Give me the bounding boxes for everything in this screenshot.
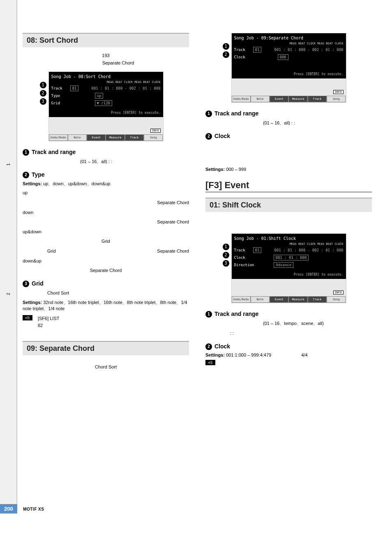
sec08-p2-set: up、down、up&down、down&up — [43, 181, 110, 186]
scr01-tab-4: Track — [308, 296, 327, 303]
screenshot-08: 1 2 3 Song Job - 08:Sort Chord MEAS BEAT… — [48, 71, 164, 141]
marker-1: 1 — [40, 82, 46, 88]
r-p1-txt: (01 – 16、all) : : — [263, 120, 372, 127]
scr01-dir-lbl: Direction — [234, 263, 254, 267]
scr01-vals: 001 : 01 : 000 - 002 : 01 : 000 — [261, 248, 343, 252]
scr01-tab-3: Measure — [288, 296, 307, 303]
footer: 200 MOTIF XS — [0, 504, 392, 514]
scr08-tab-2: Event — [87, 134, 106, 141]
note-badge-1: n注 — [23, 315, 32, 320]
marker-b1: 1 — [223, 244, 229, 250]
sec08-p3-t1: Chord Sort — [47, 290, 189, 297]
r-p4-set: 001:1:000 – 999:4:479 — [226, 352, 271, 357]
marker-r1: 1 — [223, 43, 229, 50]
r-p1-head: Track and range — [214, 110, 258, 117]
scr01-dir-val: Advance — [274, 262, 293, 268]
scr08-tab-0: Undo/Redo — [49, 134, 68, 141]
scr09-track-lbl: Track — [234, 48, 251, 52]
right-column: 1 2 Song Job - 09:Separate Chord MEAS BE… — [205, 33, 372, 373]
sec08-title: 08: Sort Chord — [23, 33, 189, 47]
scr08-type-val: up — [95, 93, 104, 99]
sec08-ud-lbl: up&down — [23, 228, 189, 236]
r-p3-head: Track and range — [214, 311, 258, 317]
scr01-hdr: MEAS BEAT CLOCK MEAS BEAT CLOCK — [234, 242, 344, 246]
sec08-p2-set-lbl: Settings: — [23, 181, 42, 186]
sec08-du-lbl: down&up — [23, 258, 189, 265]
sec09-txt: Chord Sort — [23, 364, 189, 371]
scr08-vals: 001 : 01 : 000 - 002 : 01 : 000 — [78, 86, 160, 90]
sec08-up-lbl: up — [23, 189, 189, 197]
scr01-clock-val: 001 : 01 : 000 — [274, 255, 309, 260]
marker-b2: 2 — [223, 252, 229, 258]
side-num-1: 1 — [6, 164, 11, 166]
sec08-p3-set-lbl: Settings: — [23, 300, 42, 305]
left-column: 08: Sort Chord 193 Separate Chord 1 2 3 … — [23, 33, 189, 373]
page-number: 200 — [0, 504, 17, 514]
side-num-2: 2 — [6, 293, 11, 295]
screenshot-09: 1 2 Song Job - 09:Separate Chord MEAS BE… — [231, 33, 346, 103]
sec08-ud-t1: Grid — [23, 238, 189, 245]
scr01-tab-0: Undo/Redo — [232, 296, 251, 303]
sec08-du-txt: Separate Chord — [23, 267, 189, 274]
scr08-grid-val: ▼ ♪120 — [95, 100, 113, 106]
r-p2-head: Clock — [214, 133, 230, 139]
scr01-clock-lbl: Clock — [234, 256, 251, 260]
scr09-track-val: 01 — [253, 47, 262, 53]
footer-model: MOTIF XS — [23, 507, 44, 511]
scr09-tab-2: Event — [270, 96, 288, 102]
sidebar: 1 2 — [0, 0, 17, 505]
scr01-info: INFO — [333, 290, 344, 295]
scr09-title: Song Job - 09:Separate Chord — [234, 36, 344, 40]
sec08-note1: [SF6] LIST — [38, 316, 60, 321]
r-p3-txt2: : : — [230, 330, 372, 337]
marker-r2: 2 — [223, 51, 229, 58]
sec08-note2: 82 — [38, 323, 43, 328]
r-p3-txt: (01 – 16、tempo、scene、all) — [263, 320, 372, 327]
sec08-p3-set: 32nd note、16th note triplet、16th note、8t… — [23, 300, 187, 311]
marker-b3: 3 — [223, 260, 229, 267]
scr01-track-val: 01 — [253, 247, 262, 253]
scr08-grid-lbl: Grid — [51, 101, 68, 105]
sec08-ud-t3: Separate Chord — [157, 248, 189, 255]
scr09-tab-0: Undo/Redo — [232, 96, 251, 102]
scr08-track-lbl: Track — [51, 86, 68, 90]
marker-2: 2 — [40, 90, 46, 97]
scr08-track-val: 01 — [70, 85, 79, 91]
scr09-vals: 001 : 01 : 000 - 002 : 01 : 000 — [261, 48, 343, 52]
scr09-tab-1: Note — [251, 96, 270, 102]
screenshot-01: 1 2 3 Song Job - 01:Shift Clock MEAS BEA… — [231, 233, 346, 303]
sec08-prenum: 193 — [102, 53, 109, 58]
scr01-title: Song Job - 01:Shift Clock — [234, 236, 344, 241]
scr08-hdr: MEAS BEAT CLOCK MEAS BEAT CLOCK — [51, 81, 161, 84]
sec08-up-txt: Separate Chord — [23, 199, 189, 207]
scr09-enter: Press [ENTER] to execute. — [294, 72, 343, 76]
sec08-pretxt: Separate Chord — [102, 60, 134, 65]
scr09-tab-5: Song — [327, 96, 346, 102]
scr08-title: Song Job - 08:Sort Chord — [51, 74, 161, 79]
scr09-tab-3: Measure — [288, 96, 307, 102]
r-p4-extra: 4/4 — [301, 352, 307, 357]
scr09-tab-4: Track — [308, 96, 327, 102]
scr09-info: INFO — [333, 90, 344, 94]
scr08-type-lbl: Type — [51, 94, 68, 98]
sec08-p1-head: Track and range — [32, 149, 76, 155]
scr01-tab-2: Event — [270, 296, 288, 303]
scr08-enter: Press [ENTER] to execute. — [111, 111, 160, 115]
r-p2-set-lbl: Settings: — [205, 167, 225, 172]
scr09-hdr: MEAS BEAT CLOCK MEAS BEAT CLOCK — [234, 42, 344, 45]
scr08-tab-5: Song — [144, 134, 163, 141]
sec08-ud-t2: Grid — [47, 249, 56, 253]
sec08-p3-head: Grid — [32, 280, 44, 287]
scr08-info: INFO — [150, 129, 161, 133]
r-p4-set-lbl: Settings: — [205, 352, 225, 357]
sec08-p1-txt: (01 – 16、all) : : — [80, 158, 189, 166]
r-p2-set: 000 – 999 — [226, 167, 246, 172]
scr08-tab-3: Measure — [106, 134, 125, 141]
sec08-down-lbl: down — [23, 209, 189, 216]
marker-3: 3 — [40, 98, 46, 105]
scr09-clock-val: 000 — [278, 54, 288, 60]
scr01-track-lbl: Track — [234, 248, 251, 252]
scr01-tab-1: Note — [251, 296, 270, 303]
sec09-title: 09: Separate Chord — [23, 341, 189, 355]
sec08-down-txt: Separate Chord — [23, 219, 189, 226]
